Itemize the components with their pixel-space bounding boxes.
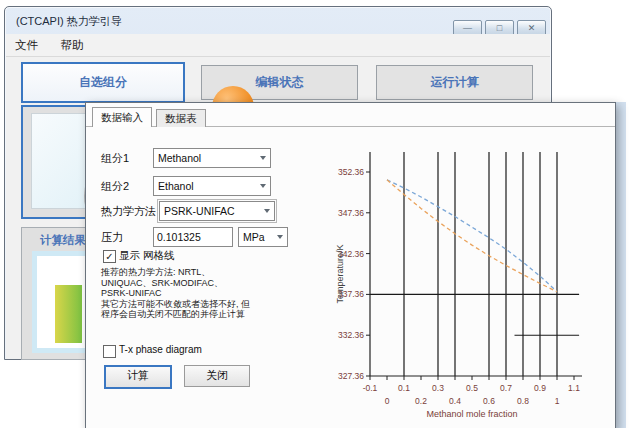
- window-title: (CTCAPI) 热力学引导: [16, 14, 122, 29]
- svg-text:0.7: 0.7: [500, 383, 512, 393]
- svg-text:Temperature/K: Temperature/K: [335, 244, 345, 303]
- component1-label: 组分1: [101, 151, 129, 166]
- tab-data-table[interactable]: 数据表: [156, 109, 206, 127]
- txy-diagram-checkbox[interactable]: [103, 345, 116, 358]
- chevron-down-icon: [260, 184, 266, 188]
- component2-value: Ethanol: [158, 180, 194, 192]
- menu-item-file[interactable]: 文件: [6, 34, 47, 53]
- component2-label: 组分2: [101, 179, 129, 194]
- component1-combobox[interactable]: Methanol: [153, 148, 271, 168]
- calculate-button[interactable]: 计算: [104, 365, 172, 389]
- svg-text:0.8: 0.8: [517, 396, 529, 406]
- svg-text:0.4: 0.4: [449, 396, 461, 406]
- show-grid-checkbox-label: 显示 网格线: [119, 249, 174, 263]
- pressure-unit-value: MPa: [243, 231, 265, 243]
- component2-combobox[interactable]: Ethanol: [153, 176, 271, 196]
- svg-text:352.36: 352.36: [338, 167, 364, 177]
- svg-text:0.2: 0.2: [415, 396, 427, 406]
- svg-text:0.6: 0.6: [483, 396, 495, 406]
- svg-text:1.1: 1.1: [568, 383, 580, 393]
- svg-text:Methanol mole fraction: Methanol mole fraction: [426, 409, 517, 419]
- method-recommendation-note: 推荐的热力学方法: NRTL、 UNIQUAC、SRK-MODIFAC、 PSR…: [101, 267, 306, 320]
- svg-text:0.3: 0.3: [432, 383, 444, 393]
- pressure-unit-combobox[interactable]: MPa: [238, 227, 288, 247]
- nav-button-run-calculation[interactable]: 运行计算: [376, 65, 533, 100]
- green-bar-icon: [55, 285, 82, 343]
- chevron-down-icon: [260, 156, 266, 160]
- svg-text:0.9: 0.9: [534, 383, 546, 393]
- results-panel-label: 计算结果: [40, 233, 86, 248]
- svg-text:1: 1: [555, 396, 560, 406]
- show-grid-checkbox[interactable]: ✓: [103, 250, 116, 263]
- method-combobox[interactable]: PSRK-UNIFAC: [159, 201, 275, 221]
- dialog-right-edge: [616, 102, 626, 428]
- menu-bar: 文件 帮助: [6, 34, 550, 57]
- chevron-down-icon: [277, 235, 283, 239]
- svg-text:332.36: 332.36: [338, 330, 364, 340]
- pressure-input[interactable]: [153, 227, 233, 247]
- svg-text:-0.1: -0.1: [363, 383, 378, 393]
- close-dialog-button[interactable]: 关闭: [184, 365, 250, 387]
- tab-data-input[interactable]: 数据输入: [92, 107, 152, 127]
- svg-text:0: 0: [385, 396, 390, 406]
- svg-text:0.1: 0.1: [398, 383, 410, 393]
- menu-item-help[interactable]: 帮助: [51, 34, 92, 53]
- screen: (CTCAPI) 热力学引导 — □ ✕ 文件 帮助 自选组分 编辑状态 运行计…: [0, 0, 637, 428]
- svg-text:0.5: 0.5: [466, 383, 478, 393]
- svg-text:327.36: 327.36: [338, 371, 364, 381]
- pressure-label: 压力: [101, 230, 123, 245]
- method-label: 热力学方法: [101, 204, 156, 219]
- nav-button-select-components[interactable]: 自选组分: [21, 62, 185, 103]
- component1-value: Methanol: [158, 152, 201, 164]
- txy-chart: 352.36347.36342.36337.36332.36327.36-0.1…: [334, 139, 612, 425]
- chevron-down-icon: [264, 209, 270, 213]
- svg-text:347.36: 347.36: [338, 208, 364, 218]
- txy-diagram-checkbox-label: T-x phase diagram: [119, 344, 202, 355]
- method-value: PSRK-UNIFAC: [164, 205, 235, 217]
- dialog-window: 数据输入 数据表 组分1 Methanol 组分2 Ethanol 热力学方法 …: [85, 102, 616, 428]
